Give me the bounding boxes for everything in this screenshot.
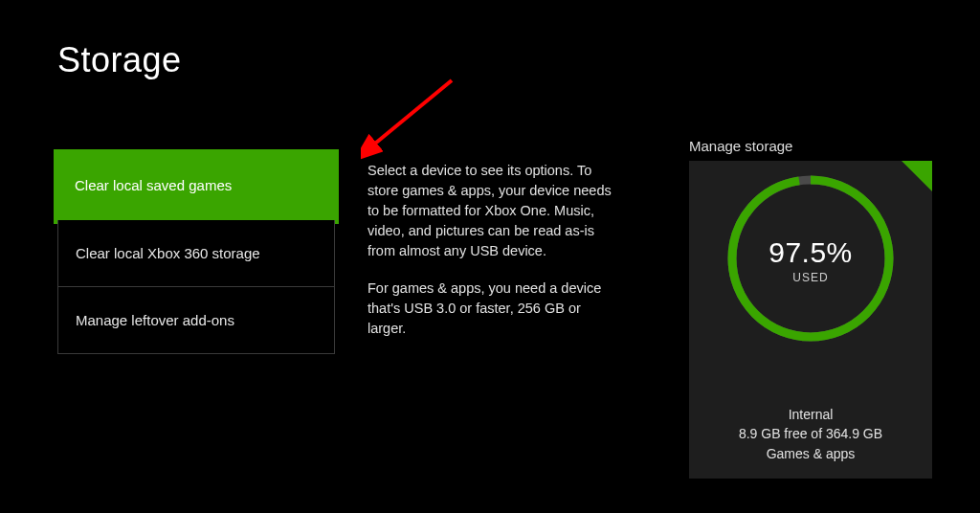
manage-storage-label: Manage storage — [689, 138, 792, 154]
menu-item-label: Clear local saved games — [75, 177, 232, 193]
clear-local-saved-games-button[interactable]: Clear local saved games — [54, 149, 339, 224]
page-title: Storage — [57, 40, 182, 80]
annotation-arrow-icon — [361, 73, 466, 168]
usage-gauge: 97.5% USED — [720, 167, 902, 353]
storage-description: Select a device to see its options. To s… — [368, 161, 616, 339]
description-paragraph: For games & apps, you need a device that… — [368, 279, 616, 339]
storage-device-card[interactable]: 97.5% USED Internal 8.9 GB free of 364.9… — [689, 161, 932, 479]
menu-item-label: Manage leftover add-ons — [76, 312, 234, 328]
manage-leftover-addons-button[interactable]: Manage leftover add-ons — [57, 287, 335, 354]
svg-line-2 — [370, 80, 452, 147]
storage-card-footer: Internal 8.9 GB free of 364.9 GB Games &… — [689, 405, 932, 463]
storage-device-name: Internal — [689, 405, 932, 424]
storage-action-menu: Clear local saved games Clear local Xbox… — [57, 153, 335, 354]
selected-corner-icon — [902, 161, 932, 191]
menu-item-label: Clear local Xbox 360 storage — [76, 245, 260, 261]
clear-local-xbox360-storage-button[interactable]: Clear local Xbox 360 storage — [57, 220, 335, 287]
storage-settings-page: Storage Clear local saved games Clear lo… — [0, 0, 980, 513]
storage-category: Games & apps — [689, 444, 932, 463]
description-paragraph: Select a device to see its options. To s… — [368, 161, 616, 261]
usage-used-label: USED — [720, 271, 902, 284]
storage-free-of-total: 8.9 GB free of 364.9 GB — [689, 424, 932, 443]
usage-percent: 97.5% — [720, 236, 902, 269]
